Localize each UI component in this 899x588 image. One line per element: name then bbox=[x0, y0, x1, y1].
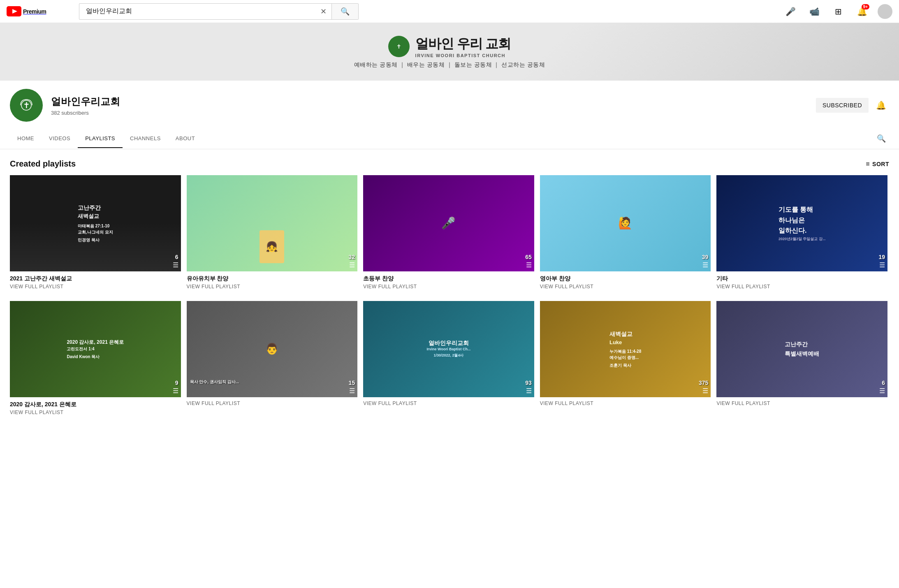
playlist-row-2: 2020 감사로, 2021 은혜로 고린도전서 1:4 David Kwon … bbox=[10, 301, 889, 415]
view-playlist-8[interactable]: VIEW FULL PLAYLIST bbox=[363, 400, 534, 406]
channel-tabs: HOME VIDEOS PLAYLISTS CHANNELS ABOUT 🔍 bbox=[0, 128, 899, 149]
search-icon-tab: 🔍 bbox=[877, 134, 886, 143]
banner-subtitle: IRVINE WOORI BAPTIST CHURCH bbox=[415, 53, 511, 58]
view-playlist-7[interactable]: VIEW FULL PLAYLIST bbox=[187, 400, 358, 406]
view-playlist-4[interactable]: VIEW FULL PLAYLIST bbox=[540, 284, 711, 289]
count-4: 39 bbox=[702, 254, 709, 260]
thumb-text-2: 👧 bbox=[187, 175, 358, 271]
banner-content: ✝ 얼바인 우리 교회 IRVINE WOORI BAPTIST CHURCH … bbox=[354, 35, 545, 69]
view-playlist-2[interactable]: VIEW FULL PLAYLIST bbox=[187, 284, 358, 289]
search-input[interactable] bbox=[79, 4, 315, 19]
playlist-card-10[interactable]: 고난주간 특별새벽예배 6 ☰ VIEW FULL PLAYLIST bbox=[716, 301, 887, 415]
playlist-name-5: 기타 bbox=[716, 275, 887, 282]
banner-logo: ✝ bbox=[388, 36, 410, 57]
playlist-row-1: 고난주간 새벽설교 마태복음 27:1-10 교회,나그네의 묘지 민경영 목사… bbox=[10, 175, 889, 289]
apps-button[interactable]: ⊞ bbox=[830, 3, 846, 20]
playlist-card-6[interactable]: 2020 감사로, 2021 은혜로 고린도전서 1:4 David Kwon … bbox=[10, 301, 181, 415]
tab-home[interactable]: HOME bbox=[10, 130, 42, 148]
sort-label: SORT bbox=[872, 161, 889, 167]
queue-icon-1: ☰ bbox=[173, 261, 178, 269]
count-1: 6 bbox=[175, 254, 178, 260]
banner-title-row: ✝ 얼바인 우리 교회 IRVINE WOORI BAPTIST CHURCH bbox=[388, 35, 511, 58]
count-queue-7: 15 ☰ bbox=[346, 377, 358, 397]
search-icon: 🔍 bbox=[341, 7, 350, 16]
tab-about[interactable]: ABOUT bbox=[168, 130, 202, 148]
thumb-text-10: 고난주간 특별새벽예배 bbox=[716, 301, 887, 397]
count-queue-4: 39 ☰ bbox=[700, 251, 711, 271]
playlist-card-8[interactable]: 얼바인우리교회 Irvine Woori Baptist Ch... 1/30/… bbox=[363, 301, 534, 415]
playlist-card-4[interactable]: 🙋 39 ☰ 영아부 찬양 VIEW FULL PLAYLIST bbox=[540, 175, 711, 289]
notifications-button[interactable]: 🔔 9+ bbox=[854, 3, 870, 20]
header: Premium ✕ 🔍 🎤 📹 ⊞ 🔔 9+ bbox=[0, 0, 899, 23]
queue-icon-6: ☰ bbox=[173, 387, 178, 395]
section-header: Created playlists ≡ SORT bbox=[10, 159, 889, 169]
tab-search-button[interactable]: 🔍 bbox=[874, 128, 889, 149]
count-queue-10: 6 ☰ bbox=[877, 377, 887, 397]
playlist-name-6: 2020 감사로, 2021 은혜로 bbox=[10, 400, 181, 408]
playlist-card-1[interactable]: 고난주간 새벽설교 마태복음 27:1-10 교회,나그네의 묘지 민경영 목사… bbox=[10, 175, 181, 289]
view-playlist-5[interactable]: VIEW FULL PLAYLIST bbox=[716, 284, 887, 289]
count-5: 19 bbox=[878, 254, 885, 260]
tab-playlists[interactable]: PLAYLISTS bbox=[78, 130, 123, 148]
queue-icon-4: ☰ bbox=[702, 261, 708, 269]
apps-icon: ⊞ bbox=[835, 7, 842, 16]
tab-videos[interactable]: VIDEOS bbox=[42, 130, 78, 148]
thumb-label-7: 목사 안수, 권사임직 감사... bbox=[190, 379, 355, 385]
view-playlist-10[interactable]: VIEW FULL PLAYLIST bbox=[716, 400, 887, 406]
playlist-card-2[interactable]: 👧 32 ☰ 유아유치부 찬양 VIEW FULL PLAYLIST bbox=[187, 175, 358, 289]
playlist-card-7[interactable]: 👨 목사 안수, 권사임직 감사... 15 ☰ VIEW FULL PLAYL… bbox=[187, 301, 358, 415]
thumb-text-4: 🙋 bbox=[540, 175, 711, 271]
banner-tagline: 예배하는 공동체 ｜ 배우는 공동체 ｜ 돌보는 공동체 ｜ 선교하는 공동체 bbox=[354, 61, 545, 69]
queue-icon-9: ☰ bbox=[702, 387, 708, 395]
playlist-name-1: 2021 고난주간 새벽설교 bbox=[10, 275, 181, 282]
thumb-text-9: 새벽설교 Luke 누가복음 11:4-28 예수님이 증명... 조훈기 목사 bbox=[540, 301, 711, 397]
thumb-text-3: 🎤 bbox=[363, 175, 534, 271]
search-bar: ✕ 🔍 bbox=[79, 3, 359, 20]
bell-icon-small: 🔔 bbox=[876, 100, 886, 110]
subscription-bell-button[interactable]: 🔔 bbox=[873, 97, 889, 113]
sort-icon: ≡ bbox=[866, 160, 870, 168]
playlist-card-9[interactable]: 새벽설교 Luke 누가복음 11:4-28 예수님이 증명... 조훈기 목사… bbox=[540, 301, 711, 415]
playlist-thumbnail-8: 얼바인우리교회 Irvine Woori Baptist Ch... 1/30/… bbox=[363, 301, 534, 397]
microphone-button[interactable]: 🎤 bbox=[782, 3, 799, 20]
search-submit-button[interactable]: 🔍 bbox=[331, 4, 358, 19]
clear-icon: ✕ bbox=[320, 7, 327, 16]
queue-icon-10: ☰ bbox=[879, 387, 885, 395]
sort-button[interactable]: ≡ SORT bbox=[866, 160, 889, 168]
count-9: 375 bbox=[699, 380, 708, 386]
channel-avatar: ✝ bbox=[10, 89, 43, 122]
playlist-card-5[interactable]: 기도를 통해 하나님은 일하신다. 2020년2월2일 주일설교 강... 19… bbox=[716, 175, 887, 289]
queue-icon-5: ☰ bbox=[879, 261, 885, 269]
channel-meta: 얼바인우리교회 382 subscribers bbox=[51, 95, 808, 116]
view-playlist-6[interactable]: VIEW FULL PLAYLIST bbox=[10, 410, 181, 415]
avatar[interactable] bbox=[878, 4, 892, 19]
count-queue-3: 65 ☰ bbox=[523, 251, 534, 271]
channel-banner: ✝ 얼바인 우리 교회 IRVINE WOORI BAPTIST CHURCH … bbox=[0, 23, 899, 81]
thumb-text-1: 고난주간 새벽설교 마태복음 27:1-10 교회,나그네의 묘지 민경영 목사 bbox=[10, 175, 181, 271]
playlist-thumbnail-5: 기도를 통해 하나님은 일하신다. 2020년2월2일 주일설교 강... 19… bbox=[716, 175, 887, 271]
queue-icon-7: ☰ bbox=[349, 387, 355, 395]
youtube-logo[interactable]: Premium bbox=[7, 6, 46, 16]
notification-badge: 9+ bbox=[862, 4, 869, 9]
search-clear-button[interactable]: ✕ bbox=[315, 4, 331, 19]
thumb-text-5: 기도를 통해 하나님은 일하신다. 2020년2월2일 주일설교 강... bbox=[716, 175, 887, 271]
count-queue-5: 19 ☰ bbox=[876, 251, 887, 271]
channel-actions: SUBSCRIBED 🔔 bbox=[816, 97, 889, 113]
tab-channels[interactable]: CHANNELS bbox=[123, 130, 168, 148]
svg-text:✝: ✝ bbox=[23, 101, 30, 110]
count-queue-8: 93 ☰ bbox=[523, 377, 534, 397]
thumb-text-8: 얼바인우리교회 Irvine Woori Baptist Ch... 1/30/… bbox=[363, 301, 534, 397]
playlist-card-3[interactable]: 🎤 65 ☰ 초등부 찬양 VIEW FULL PLAYLIST bbox=[363, 175, 534, 289]
count-2: 32 bbox=[349, 254, 355, 260]
view-playlist-3[interactable]: VIEW FULL PLAYLIST bbox=[363, 284, 534, 289]
queue-icon-2: ☰ bbox=[349, 261, 355, 269]
subscribed-button[interactable]: SUBSCRIBED bbox=[816, 98, 869, 113]
thumb-text-6: 2020 감사로, 2021 은혜로 고린도전서 1:4 David Kwon … bbox=[10, 301, 181, 397]
create-button[interactable]: 📹 bbox=[806, 3, 823, 20]
count-queue-1: 6 ☰ bbox=[170, 251, 181, 271]
channel-info-row: ✝ 얼바인우리교회 382 subscribers SUBSCRIBED 🔔 bbox=[0, 81, 899, 122]
view-playlist-9[interactable]: VIEW FULL PLAYLIST bbox=[540, 400, 711, 406]
count-7: 15 bbox=[349, 380, 355, 386]
view-playlist-1[interactable]: VIEW FULL PLAYLIST bbox=[10, 284, 181, 289]
queue-icon-8: ☰ bbox=[526, 387, 532, 395]
